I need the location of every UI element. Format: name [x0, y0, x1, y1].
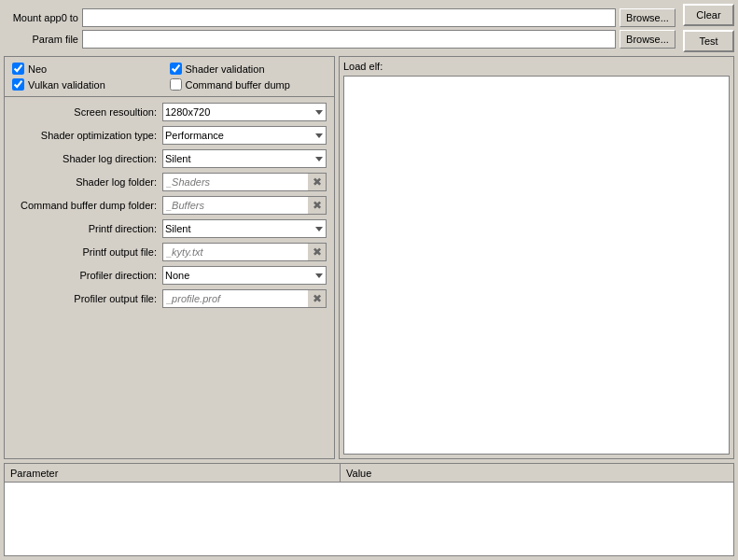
- param-label: Param file: [4, 34, 78, 45]
- screen-resolution-row: Screen resoultion: 1280x720 1920x1080 38…: [12, 103, 327, 121]
- profiler-output-input-group: ✖: [162, 289, 327, 308]
- right-panel: Load elf:: [339, 56, 734, 459]
- param-row: Param file Browse...: [4, 30, 675, 49]
- profiler-output-clear-icon[interactable]: ✖: [308, 289, 327, 308]
- cmd-dump-folder-label: Command buffer dump folder:: [12, 200, 157, 211]
- cmd-dump-folder-clear-icon[interactable]: ✖: [308, 196, 327, 215]
- printf-direction-label: Printf direction:: [12, 223, 157, 234]
- checkbox-col-left: Neo Vulkan validation: [12, 63, 170, 91]
- vulkan-label[interactable]: Vulkan validation: [28, 79, 105, 91]
- table-header: Parameter Value: [5, 464, 733, 483]
- printf-direction-select[interactable]: Silent TTY File: [162, 219, 327, 238]
- mount-browse-button[interactable]: Browse...: [620, 8, 675, 27]
- param-input[interactable]: [82, 30, 616, 49]
- printf-output-clear-icon[interactable]: ✖: [308, 243, 327, 261]
- shader-validation-checkbox-row: Shader validation: [170, 63, 327, 75]
- shader-optimization-select[interactable]: Performance None Size: [162, 126, 327, 145]
- shader-log-folder-clear-icon[interactable]: ✖: [308, 173, 327, 191]
- load-elf-label: Load elf:: [343, 61, 730, 72]
- shader-log-folder-input-group: ✖: [162, 173, 327, 191]
- load-elf-container: Load elf:: [339, 56, 734, 459]
- shader-optimization-row: Shader optimization type: Performance No…: [12, 126, 327, 145]
- cmd-dump-label[interactable]: Command buffer dump: [186, 79, 290, 91]
- cmd-dump-folder-input[interactable]: [162, 196, 308, 215]
- test-button[interactable]: Test: [683, 30, 734, 52]
- profiler-output-label: Profiler output file:: [12, 293, 157, 304]
- profiler-output-input[interactable]: [162, 289, 308, 308]
- checkbox-area: Neo Vulkan validation Shader validation …: [4, 56, 335, 97]
- screen-resolution-label: Screen resoultion:: [12, 106, 157, 118]
- form-area: Screen resoultion: 1280x720 1920x1080 38…: [4, 97, 335, 459]
- load-elf-box: [343, 76, 730, 455]
- vulkan-checkbox-row: Vulkan validation: [12, 78, 170, 91]
- neo-label[interactable]: Neo: [28, 63, 47, 75]
- shader-log-direction-select[interactable]: Silent TTY File: [162, 149, 327, 168]
- param-browse-button[interactable]: Browse...: [620, 30, 675, 49]
- printf-output-row: Printf output file: ✖: [12, 243, 327, 261]
- mount-label: Mount app0 to: [4, 12, 78, 23]
- cmd-dump-folder-input-group: ✖: [162, 196, 327, 215]
- neo-checkbox-row: Neo: [12, 63, 170, 75]
- screen-resolution-select[interactable]: 1280x720 1920x1080 3840x2160: [162, 103, 327, 121]
- clear-button[interactable]: Clear: [683, 4, 734, 26]
- checkbox-col-right: Shader validation Command buffer dump: [170, 63, 327, 91]
- parameter-column-header: Parameter: [5, 464, 341, 482]
- profiler-direction-row: Profiler direction: None TTY File: [12, 266, 327, 285]
- shader-validation-label[interactable]: Shader validation: [186, 63, 265, 75]
- profiler-direction-select[interactable]: None TTY File: [162, 266, 327, 285]
- shader-validation-checkbox[interactable]: [170, 63, 182, 75]
- cmd-dump-folder-row: Command buffer dump folder: ✖: [12, 196, 327, 215]
- shader-log-direction-label: Shader log direction:: [12, 153, 157, 164]
- main-container: Mount app0 to Browse... Param file Brows…: [0, 0, 738, 560]
- bottom-table: Parameter Value: [4, 463, 734, 556]
- shader-log-folder-row: Shader log folder: ✖: [12, 173, 327, 191]
- shader-log-folder-input[interactable]: [162, 173, 308, 191]
- printf-output-input-group: ✖: [162, 243, 327, 261]
- top-fields: Mount app0 to Browse... Param file Brows…: [4, 8, 675, 49]
- value-column-header: Value: [341, 464, 733, 482]
- table-body: [5, 483, 733, 555]
- action-buttons: Clear Test: [683, 4, 734, 52]
- middle-section: Neo Vulkan validation Shader validation …: [4, 56, 734, 459]
- mount-row: Mount app0 to Browse...: [4, 8, 675, 27]
- shader-log-folder-label: Shader log folder:: [12, 176, 157, 188]
- printf-output-label: Printf output file:: [12, 246, 157, 258]
- profiler-output-row: Profiler output file: ✖: [12, 289, 327, 308]
- profiler-direction-label: Profiler direction:: [12, 270, 157, 281]
- vulkan-checkbox[interactable]: [12, 78, 24, 91]
- left-panel: Neo Vulkan validation Shader validation …: [4, 56, 335, 459]
- shader-optimization-label: Shader optimization type:: [12, 130, 157, 141]
- printf-direction-row: Printf direction: Silent TTY File: [12, 219, 327, 238]
- printf-output-input[interactable]: [162, 243, 308, 261]
- shader-log-direction-row: Shader log direction: Silent TTY File: [12, 149, 327, 168]
- cmd-dump-checkbox-row: Command buffer dump: [170, 78, 327, 91]
- top-row: Mount app0 to Browse... Param file Brows…: [4, 4, 734, 52]
- neo-checkbox[interactable]: [12, 63, 24, 75]
- cmd-dump-checkbox[interactable]: [170, 78, 182, 91]
- mount-input[interactable]: [82, 8, 616, 27]
